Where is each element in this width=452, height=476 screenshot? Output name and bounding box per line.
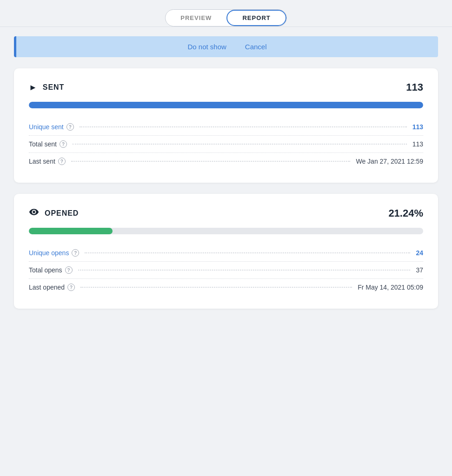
unique-sent-dots [80, 126, 407, 127]
main-content: Do not show Cancel ► SENT 113 Unique sen… [0, 27, 452, 329]
sent-progress-bar-fill [29, 102, 423, 108]
total-sent-value: 113 [412, 140, 423, 148]
sent-card-header: ► SENT 113 [29, 81, 423, 93]
sent-title: SENT [43, 83, 65, 92]
tab-preview[interactable]: PREVIEW [166, 10, 226, 26]
last-sent-value: We Jan 27, 2021 12:59 [356, 158, 423, 165]
total-opens-dots [78, 270, 411, 271]
last-opened-value: Fr May 14, 2021 05:09 [358, 284, 423, 291]
app-container: PREVIEW REPORT Do not show Cancel ► SENT… [0, 0, 452, 476]
last-opened-label: Last opened [29, 284, 65, 291]
total-opens-value: 37 [416, 266, 423, 274]
total-sent-label-group: Total sent ? [29, 140, 67, 148]
last-sent-label: Last sent [29, 158, 55, 165]
opened-progress-bar-container [29, 228, 423, 234]
last-opened-label-group: Last opened ? [29, 284, 75, 291]
last-sent-help-icon[interactable]: ? [58, 158, 66, 165]
last-opened-dots [80, 287, 352, 288]
unique-opens-label: Unique opens [29, 249, 69, 257]
last-sent-dots [71, 161, 351, 162]
banner-bar: Do not show Cancel [14, 36, 438, 57]
tab-group: PREVIEW REPORT [165, 9, 287, 26]
total-opens-label: Total opens [29, 266, 62, 274]
last-sent-label-group: Last sent ? [29, 158, 66, 165]
unique-opens-label-group: Unique opens ? [29, 249, 79, 257]
sent-progress-bar-container [29, 102, 423, 108]
opened-title: OPENED [45, 209, 79, 218]
total-opens-help-icon[interactable]: ? [65, 266, 73, 274]
stat-row-last-sent: Last sent ? We Jan 27, 2021 12:59 [29, 153, 423, 170]
opened-title-group: OPENED [29, 207, 79, 219]
opened-card: OPENED 21.24% Unique opens ? 24 Total op… [14, 194, 438, 309]
tab-report[interactable]: REPORT [226, 10, 286, 26]
total-sent-label: Total sent [29, 140, 57, 148]
unique-sent-help-icon[interactable]: ? [66, 123, 74, 131]
unique-opens-dots [85, 252, 410, 253]
unique-sent-value: 113 [412, 123, 423, 131]
opened-card-header: OPENED 21.24% [29, 207, 423, 219]
sent-title-group: ► SENT [29, 83, 64, 93]
send-icon: ► [29, 83, 37, 93]
total-sent-dots [73, 144, 407, 145]
unique-sent-label: Unique sent [29, 123, 64, 131]
opened-progress-bar-fill [29, 228, 113, 234]
opened-count: 21.24% [388, 207, 423, 219]
unique-opens-value: 24 [416, 249, 423, 257]
sent-count: 113 [406, 81, 423, 93]
eye-icon [29, 207, 39, 219]
cancel-button[interactable]: Cancel [245, 43, 267, 51]
total-sent-help-icon[interactable]: ? [60, 140, 67, 148]
stat-row-total-opens: Total opens ? 37 [29, 262, 423, 279]
sent-card: ► SENT 113 Unique sent ? 113 To [14, 68, 438, 183]
stat-row-unique-opens: Unique opens ? 24 [29, 245, 423, 262]
unique-opens-help-icon[interactable]: ? [72, 249, 79, 257]
unique-sent-label-group: Unique sent ? [29, 123, 74, 131]
total-opens-label-group: Total opens ? [29, 266, 73, 274]
do-not-show-button[interactable]: Do not show [187, 43, 226, 51]
stat-row-total-sent: Total sent ? 113 [29, 136, 423, 153]
last-opened-help-icon[interactable]: ? [67, 284, 75, 291]
stat-row-unique-sent: Unique sent ? 113 [29, 119, 423, 136]
top-bar: PREVIEW REPORT [0, 0, 452, 27]
stat-row-last-opened: Last opened ? Fr May 14, 2021 05:09 [29, 279, 423, 296]
